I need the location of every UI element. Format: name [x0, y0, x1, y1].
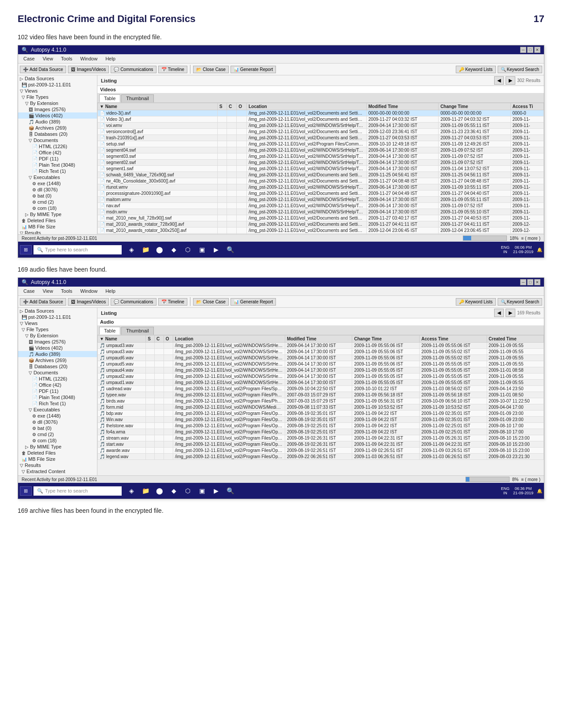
tab-thumbnail-1[interactable]: Thumbnail: [121, 94, 153, 102]
generate-report-button[interactable]: 📊 Generate Report: [231, 66, 276, 73]
sidebar2-plaintext[interactable]: 📄 Plain Text (3048): [18, 394, 97, 400]
sidebar-item-dll[interactable]: ⚙ dll (3076): [18, 187, 97, 193]
menu-case[interactable]: Case: [20, 55, 38, 62]
images-videos-button[interactable]: 🖼 Images/Videos: [68, 66, 109, 73]
communications-button-2[interactable]: 💬 Communications: [111, 298, 156, 306]
keyword-search-button-2[interactable]: 🔍 Keyword Search: [498, 298, 542, 306]
sidebar-item-mbsize[interactable]: 📊 MB File Size: [18, 224, 97, 230]
col2-modified[interactable]: Modified Time: [285, 336, 352, 343]
col-o[interactable]: O: [237, 103, 247, 110]
col-location[interactable]: Location: [246, 103, 366, 110]
tab-thumbnail-2[interactable]: Thumbnail: [121, 327, 153, 335]
menu-tools[interactable]: Tools: [57, 55, 76, 62]
sidebar2-cmd[interactable]: ⚙ cmd (2): [18, 431, 97, 437]
menu-window-2[interactable]: Window: [77, 287, 101, 295]
table-row[interactable]: 🎵 thelstone.wav/img_pst-2009-12-11.E01/v…: [98, 423, 544, 429]
taskbar2-icon-app3[interactable]: ▣: [196, 485, 208, 497]
table-row[interactable]: 📄 rtunot.wmv/img_pst-2009-12-11.E01/vol_…: [98, 184, 544, 190]
menu-tools-2[interactable]: Tools: [57, 287, 76, 295]
sidebar2-databases[interactable]: 🗄 Databases (20): [18, 363, 97, 370]
sidebar2-office[interactable]: 📄 Office (42): [18, 382, 97, 388]
sidebar-item-bat[interactable]: ⚙ bat (0): [18, 193, 97, 199]
images-videos-button-2[interactable]: 🖼 Images/Videos: [68, 298, 109, 306]
sidebar-item-exe[interactable]: ⚙ exe (1448): [18, 180, 97, 187]
col2-s[interactable]: S: [146, 336, 155, 343]
sidebar-item-archives[interactable]: 📦 Archives (269): [18, 125, 97, 131]
keyword-lists-button-2[interactable]: 🔑 Keyword Lists: [456, 298, 495, 306]
table-row[interactable]: 📄 schwab_6489_Value_726x90[].swf/img_pst…: [98, 172, 544, 178]
table-row[interactable]: 🎵 typee.wav/img_pst-2009-12-11.E01/vol_v…: [98, 392, 544, 398]
col2-created[interactable]: Created Time: [487, 336, 543, 343]
col-modified[interactable]: Modified Time: [366, 103, 438, 110]
communications-button[interactable]: 💬 Communications: [111, 66, 156, 73]
table-row[interactable]: 🎵 umpaud4.wav/img_pst-2009-12-11.E01/vol…: [98, 367, 544, 373]
sidebar2-exe[interactable]: ⚙ exe (1448): [18, 413, 97, 419]
taskbar-search-box-1[interactable]: 🔍 Type here to search: [33, 245, 122, 254]
table-row[interactable]: 🎵 umpaud3.wav/img_pst-2009-12-11.E01/vol…: [98, 349, 544, 355]
minimize-button[interactable]: ─: [520, 47, 526, 53]
table-row[interactable]: 📄 mat_2010_new_full_728x90[].swf/img_pst…: [98, 215, 544, 221]
sidebar2-images[interactable]: 🖼 Images (2576): [18, 339, 97, 345]
table-row[interactable]: 📄 processsignature-20091090[].avf/img_ps…: [98, 190, 544, 197]
col2-changed[interactable]: Change Time: [352, 336, 420, 343]
nav-next-button[interactable]: ▶: [506, 76, 515, 85]
table-row[interactable]: 🎵 umpaud6.wav/img_pst-2009-12-11.E01/vol…: [98, 355, 544, 361]
keyword-lists-button[interactable]: 🔑 Keyword Lists: [456, 66, 495, 73]
table-row[interactable]: 📄 segment04.swf/img_pst-2009-12-11.E01/v…: [98, 147, 544, 153]
col-c[interactable]: C: [227, 103, 237, 110]
more-btn-2[interactable]: ≡ ( more ): [521, 477, 540, 482]
taskbar2-icon-app2[interactable]: ⬡: [182, 485, 194, 497]
table-row[interactable]: 🎵 Win.wav/img_pst-2009-12-11.E01/vol_vol…: [98, 417, 544, 423]
table-row[interactable]: 📄 mat_2010_awards_rotator_300x250[].avf/…: [98, 228, 544, 234]
taskbar2-icon-edge[interactable]: ◈: [125, 485, 138, 497]
sidebar2-dll[interactable]: ⚙ dll (3076): [18, 419, 97, 425]
table-row[interactable]: 🎵 umpaud5.wav/img_pst-2009-12-11.E01/vol…: [98, 361, 544, 367]
taskbar-notify-1[interactable]: 🔔: [537, 247, 542, 252]
tab-table-2[interactable]: Table: [99, 327, 120, 335]
start-button-1[interactable]: ⊞: [20, 245, 32, 254]
table-row[interactable]: 📄 segment02.swf/img_pst-2009-12-11.E01/v…: [98, 160, 544, 166]
sidebar2-pst[interactable]: 💾 pst-2009-12-11.E01: [18, 314, 97, 320]
close-button-2[interactable]: ✕: [534, 279, 540, 285]
menu-help-2[interactable]: Help: [102, 287, 119, 295]
table-row[interactable]: 🎵 awarde.wav/img_pst-2009-12-11.E01/vol_…: [98, 448, 544, 454]
start-button-2[interactable]: ⊞: [20, 486, 32, 496]
sidebar2-views[interactable]: ▽ Views: [18, 320, 97, 326]
sidebar2-results[interactable]: ▽ Results: [18, 462, 97, 468]
sidebar-item-bymime[interactable]: ▷ By MIME Type: [18, 211, 97, 217]
menu-view[interactable]: View: [39, 55, 57, 62]
taskbar2-icon-chrome[interactable]: ⬤: [153, 485, 166, 497]
taskbar-icon-autopsy[interactable]: 🔍: [224, 243, 236, 256]
sidebar2-bymime[interactable]: ▷ By MIME Type: [18, 444, 97, 450]
menu-help[interactable]: Help: [102, 55, 119, 62]
maximize-button[interactable]: □: [527, 47, 533, 53]
table-row[interactable]: 📄 Video 3().avf/img_pst-2009-12-11.E01/v…: [98, 116, 544, 123]
table-row[interactable]: 📄 versioncontrol[].avf/img_pst-2009-12-1…: [98, 129, 544, 135]
sidebar2-pdf[interactable]: 📄 PDF (11): [18, 388, 97, 394]
taskbar-icon-chrome[interactable]: ⬤: [153, 243, 166, 256]
table-row[interactable]: 🎵 stream.wav/img_pst-2009-12-11.E01/vol_…: [98, 435, 544, 441]
sidebar2-documents[interactable]: ▽ Documents: [18, 370, 97, 376]
sidebar2-videos[interactable]: 🎬 Videos (402): [18, 345, 97, 351]
sidebar-item-pst[interactable]: 💾 pst-2009-12-11.E01: [18, 82, 97, 88]
timeline-button[interactable]: 📅 Timeline: [158, 66, 187, 73]
generate-report-button-2[interactable]: 📊 Generate Report: [231, 298, 276, 306]
tab-table-1[interactable]: Table: [99, 94, 120, 102]
sidebar-item-videos[interactable]: 🎬 Videos (402): [18, 112, 97, 119]
sidebar-item-byextension[interactable]: ▽ By Extension: [18, 100, 97, 106]
table-row[interactable]: 📄 maitom.wmv/img_pst-2009-12-11.E01/vol_…: [98, 197, 544, 203]
sidebar-item-results[interactable]: ▽ Results: [18, 230, 97, 234]
col2-access[interactable]: Access Time: [420, 336, 487, 343]
add-data-source-button-2[interactable]: ➕ Add Data Source: [20, 298, 66, 306]
nav-next-button-2[interactable]: ▶: [506, 309, 515, 317]
close-button[interactable]: ✕: [534, 47, 540, 53]
table-row[interactable]: 📄 voi.wmv/img_pst-2009-12-11.E01/vol_vol…: [98, 123, 544, 129]
sidebar2-byext[interactable]: ▽ By Extension: [18, 332, 97, 339]
table-row[interactable]: 📄 video-3().avf/img_pst-2009-12-11.E01/v…: [98, 110, 544, 116]
taskbar-search-box-2[interactable]: 🔍 Type here to search: [33, 486, 122, 496]
sidebar-item-richtext[interactable]: 📄 Rich Text (1): [18, 168, 97, 174]
sidebar-item-html[interactable]: 📄 HTML (1226): [18, 143, 97, 149]
col2-c[interactable]: C: [155, 336, 164, 343]
table-row[interactable]: 📄 setup.swf/img_pst-2009-12-11.E01/vol_v…: [98, 141, 544, 147]
sidebar2-bat[interactable]: ⚙ bat (0): [18, 425, 97, 431]
